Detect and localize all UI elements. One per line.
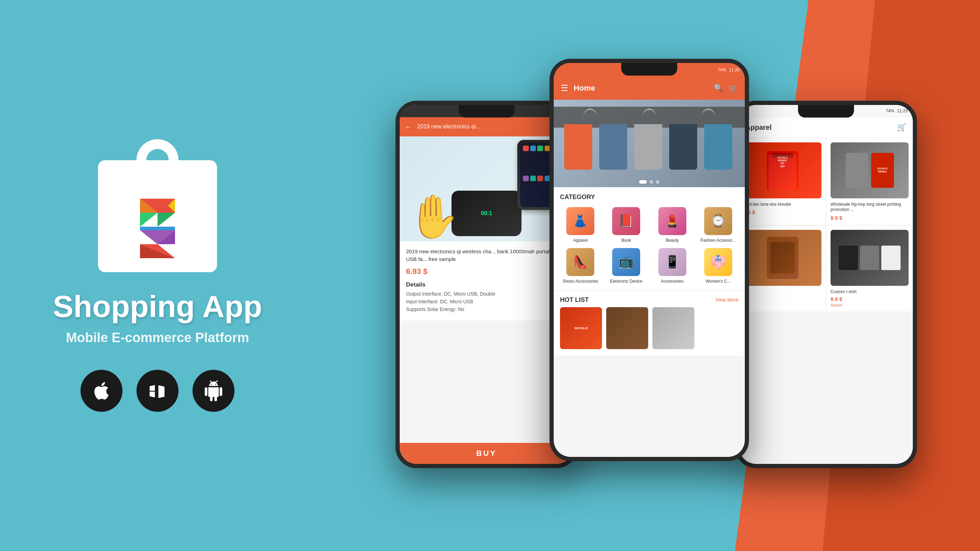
- product-3[interactable]: [739, 225, 826, 312]
- hot-item-1[interactable]: SOCHLO: [560, 307, 602, 349]
- jacket-body: [770, 242, 795, 273]
- app-title: Shopping App: [53, 290, 262, 324]
- book-cat-label: Book: [622, 238, 631, 243]
- app-subtitle: Mobile E-commerce Platform: [66, 330, 249, 345]
- hanger: [702, 108, 715, 126]
- home-header: ☰ Home 🔍 🛒: [554, 77, 745, 100]
- phone-center-screen: 74% 11:26 ☰ Home 🔍 🛒: [554, 63, 745, 457]
- hot-list-title: HOT LIST: [560, 296, 589, 304]
- fashion-cat-label: Fashion Accesso...: [701, 238, 736, 243]
- menu-icon[interactable]: ☰: [561, 83, 568, 93]
- product-title: 2019 new electronics qi wireless cha... …: [406, 248, 567, 264]
- view-more-button[interactable]: View More: [715, 297, 738, 303]
- product-1[interactable]: SOCHLORENDUMYUEF nted two tone ens Hoodi…: [739, 138, 826, 225]
- phone-center: 74% 11:26 ☰ Home 🔍 🛒: [549, 59, 749, 461]
- dot-1[interactable]: [639, 180, 647, 184]
- hot-items-row: SOCHLO: [554, 307, 745, 356]
- left-panel: Shopping App Mobile E-commerce Platform: [0, 0, 315, 551]
- apparel-grid: SOCHLORENDUMYUEF nted two tone ens Hoodi…: [739, 138, 913, 312]
- cart-icon[interactable]: 🛒: [729, 84, 738, 93]
- hand-icon: 🤚: [407, 192, 459, 241]
- shoes-cat-icon: 👠: [566, 248, 594, 276]
- category-electronic[interactable]: 📺 Electronic Device: [606, 248, 646, 284]
- charger-pad: 00:1: [452, 191, 522, 236]
- phones-container: ◼◼◼ ··· ← 2019 new electronics qi... 00:…: [368, 31, 945, 521]
- buy-button[interactable]: BUY: [400, 443, 573, 464]
- category-shoes[interactable]: 👠 Shoes Accessories: [560, 248, 601, 284]
- womens-cat-label: Women's C...: [706, 279, 730, 284]
- product-4-price: 8.9 $: [830, 296, 908, 302]
- time-right: 11:23: [897, 108, 908, 113]
- hoodie-grey: [846, 153, 869, 188]
- product-4[interactable]: Custom t shirt 8.9 $ Anisen: [826, 225, 913, 312]
- tshirt-white: [881, 246, 900, 270]
- search-icon[interactable]: 🔍: [714, 84, 723, 93]
- accessories-cat-icon: 📱: [659, 248, 686, 276]
- shirt-3: [634, 124, 662, 170]
- apparel-header: Apparel 🛒: [739, 117, 913, 138]
- shoes-cat-label: Shoes Accessories: [562, 279, 598, 284]
- windows-icon[interactable]: [137, 370, 178, 412]
- hot-list-header: HOT LIST View More: [554, 291, 745, 307]
- book-cat-icon: 📕: [612, 207, 640, 235]
- platform-icons: [81, 370, 234, 412]
- electronic-cat-icon: 📺: [612, 248, 640, 276]
- background: Shopping App Mobile E-commerce Platform: [0, 0, 980, 551]
- product-4-image: [830, 230, 908, 286]
- dot-2[interactable]: [650, 180, 653, 184]
- hanger: [642, 108, 656, 126]
- charger-display: 00:1: [481, 210, 492, 216]
- detail-2: Input Interface: DC, Micro USB: [406, 299, 567, 304]
- apple-icon[interactable]: [81, 370, 123, 412]
- hero-banner: [554, 100, 745, 187]
- category-apparel[interactable]: 👗 Apparel: [560, 207, 601, 243]
- phone-screen-grid: [520, 143, 553, 207]
- detail-1: Output Interface: DC, Micro USB, Double: [406, 291, 567, 297]
- product-1-price: 8.9 $: [743, 209, 821, 215]
- womens-cat-icon: 👘: [704, 248, 732, 276]
- product-1-name: nted two tone ens Hoodie: [743, 202, 821, 208]
- product-price: 6.93 $: [406, 267, 567, 276]
- category-book[interactable]: 📕 Book: [606, 207, 646, 243]
- category-section: CATEGORY 👗 Apparel 📕 Book: [554, 187, 745, 290]
- back-icon[interactable]: ←: [405, 123, 412, 131]
- apparel-cat-icon: 👗: [566, 207, 594, 235]
- tshirt-grey: [860, 246, 879, 270]
- detail-3: Supports Solar Energy: No: [406, 306, 567, 312]
- app-icon: [523, 146, 529, 151]
- svg-marker-4: [158, 213, 175, 227]
- hot-list-section: HOT LIST View More SOCHLO: [554, 291, 745, 356]
- product-image-area: 00:1: [400, 137, 573, 241]
- category-grid: 👗 Apparel 📕 Book 💄 Beauty: [560, 207, 738, 284]
- cart-icon-right[interactable]: 🛒: [897, 123, 907, 132]
- category-beauty[interactable]: 💄 Beauty: [652, 207, 693, 243]
- time-display: 11:26: [729, 68, 740, 72]
- home-title: Home: [574, 84, 708, 93]
- category-fashion[interactable]: ⌚ Fashion Accesso...: [698, 207, 738, 243]
- dot-3[interactable]: [656, 180, 659, 184]
- hoodie-red: SOCHLORENDU: [871, 153, 894, 188]
- product-3-image: [743, 230, 821, 286]
- hot-item-3[interactable]: [652, 307, 694, 349]
- category-title: CATEGORY: [560, 194, 738, 201]
- banner-dots: [639, 180, 659, 184]
- product-4-seller: Anisen: [830, 303, 908, 307]
- category-womens[interactable]: 👘 Women's C...: [698, 248, 738, 284]
- shirt-2: [599, 124, 627, 170]
- bag-body: [98, 160, 217, 272]
- phone-right-notch: [798, 105, 854, 118]
- phone-center-notch: [621, 63, 677, 76]
- tshirt-black: [838, 246, 858, 270]
- beauty-cat-icon: 💄: [659, 207, 686, 235]
- android-icon[interactable]: [192, 370, 234, 412]
- hot-item-2[interactable]: [606, 307, 648, 349]
- product-2[interactable]: SOCHLORENDU Wholesale hip-hop long stree…: [826, 138, 913, 225]
- phone-left-notch: [458, 105, 514, 118]
- category-accessories[interactable]: 📱 Accessories: [652, 248, 693, 284]
- logo-bag: [98, 139, 217, 272]
- jacket-shape: [767, 237, 799, 279]
- shirt-4: [669, 124, 697, 170]
- app-icon: [523, 176, 529, 181]
- phone-right: 74% 11:23 Apparel 🛒: [735, 101, 917, 468]
- svg-marker-3: [140, 213, 158, 227]
